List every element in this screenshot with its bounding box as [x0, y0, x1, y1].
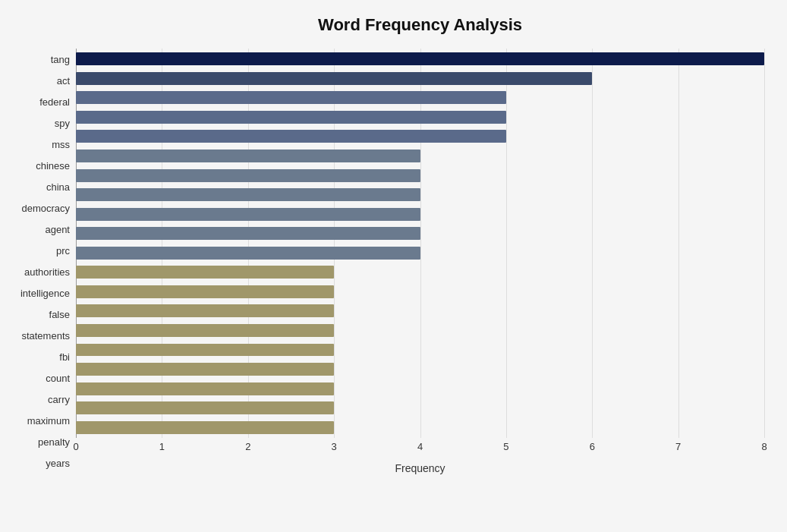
y-axis-label: chinese — [36, 161, 70, 171]
x-axis-label: Frequency — [76, 462, 764, 474]
x-tick: 7 — [675, 441, 681, 452]
bar — [76, 52, 764, 65]
grid-line — [764, 49, 765, 438]
bar — [76, 285, 334, 298]
chart-title: Word Frequency Analysis — [76, 15, 764, 35]
y-axis-label: spy — [55, 118, 70, 128]
y-axis-label: false — [49, 310, 70, 320]
bar — [76, 266, 334, 279]
y-axis-label: authorities — [24, 267, 70, 277]
bar — [76, 247, 420, 260]
bar-row — [76, 379, 764, 398]
bar — [76, 344, 334, 357]
bar — [76, 208, 420, 221]
y-axis-label: maximum — [27, 416, 70, 426]
y-axis-label: fbi — [59, 352, 70, 362]
x-tick: 1 — [159, 441, 165, 452]
y-axis-label: democracy — [21, 203, 70, 213]
bar — [76, 130, 506, 143]
x-tick: 2 — [245, 441, 250, 452]
bar-row — [76, 127, 764, 146]
x-tick: 8 — [761, 441, 767, 452]
bar-row — [76, 166, 764, 184]
chart-container: Word Frequency Analysis tangactfederalsp… — [0, 0, 787, 532]
bar-row — [76, 70, 764, 88]
bar — [76, 421, 334, 434]
y-axis-label: carry — [48, 395, 70, 405]
y-axis-label: penalty — [38, 437, 70, 447]
bar — [76, 363, 334, 376]
y-axis-label: china — [46, 182, 70, 192]
bar — [76, 382, 334, 395]
y-axis-label: prc — [56, 246, 70, 256]
y-axis-label: count — [46, 373, 70, 383]
bar — [76, 227, 420, 240]
bar — [76, 91, 506, 104]
y-axis: tangactfederalspymsschinesechinademocrac… — [4, 49, 76, 474]
y-axis-label: agent — [45, 225, 70, 235]
bar-row — [76, 109, 764, 127]
x-tick: 5 — [503, 441, 508, 452]
y-axis-label: statements — [21, 331, 70, 341]
y-axis-label: intelligence — [20, 288, 70, 298]
bar-row — [76, 50, 764, 68]
x-tick: 0 — [73, 441, 78, 452]
x-axis: 012345678 — [76, 438, 764, 461]
bar-row — [76, 186, 764, 204]
x-tick: 6 — [590, 441, 595, 452]
bar-row — [76, 360, 764, 379]
bar — [76, 188, 420, 201]
bar-row — [76, 283, 764, 301]
bar — [76, 401, 334, 414]
y-axis-label: mss — [52, 140, 70, 150]
x-tick: 3 — [332, 441, 337, 452]
bar-row — [76, 244, 764, 262]
bar-row — [76, 322, 764, 340]
plot-area — [76, 49, 764, 438]
bar-row — [76, 399, 764, 417]
bar — [76, 169, 420, 182]
y-axis-label: federal — [39, 97, 70, 107]
y-axis-label: years — [46, 458, 70, 468]
bar — [76, 324, 334, 337]
bar — [76, 304, 334, 317]
bar-row — [76, 302, 764, 320]
bar-row — [76, 263, 764, 282]
bar — [76, 111, 506, 124]
bar-row — [76, 89, 764, 107]
y-axis-label: act — [57, 76, 70, 86]
bar-row — [76, 341, 764, 359]
bar-row — [76, 147, 764, 165]
bar — [76, 72, 592, 85]
y-axis-label: tang — [51, 55, 70, 65]
x-tick: 4 — [417, 441, 423, 452]
bar-row — [76, 205, 764, 223]
bar-row — [76, 225, 764, 243]
bar — [76, 150, 420, 162]
bar-row — [76, 418, 764, 436]
